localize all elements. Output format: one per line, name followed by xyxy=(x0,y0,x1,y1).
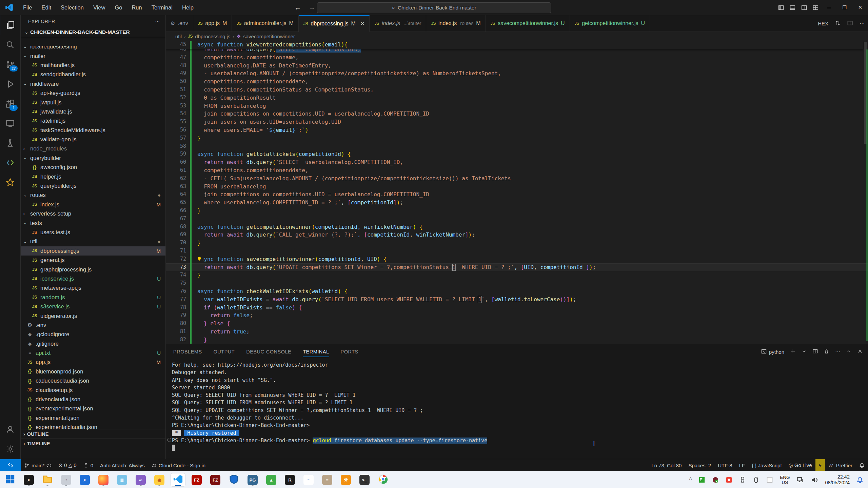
tree-file[interactable]: {}experimentalclaudia.json xyxy=(21,423,165,430)
taskbar-filezilla-server[interactable]: FZ xyxy=(208,473,223,487)
code-line-72[interactable]: 72async function savecompetitionwinner(c… xyxy=(166,255,868,263)
menu-help[interactable]: Help xyxy=(177,0,198,15)
menu-terminal[interactable]: Terminal xyxy=(147,0,177,15)
tree-file[interactable]: JSuidgenerator.js xyxy=(21,311,165,320)
taskbar-tools-orange[interactable]: ⚒ xyxy=(338,473,353,487)
toggle-secondary-sidebar-icon[interactable] xyxy=(798,0,810,15)
status-cloud-code[interactable]: Cloud Code - Sign in xyxy=(148,459,209,471)
tree-file[interactable]: {}awsconfig.json xyxy=(21,163,165,172)
toggle-panel-icon[interactable] xyxy=(787,0,798,15)
code-line-70[interactable]: 70} xyxy=(166,239,868,247)
nav-forward-icon[interactable]: → xyxy=(309,4,315,12)
panel-tab-problems[interactable]: PROBLEMS xyxy=(173,344,202,359)
tree-file[interactable]: JSindex.jsM xyxy=(21,200,165,209)
code-line-50[interactable]: 50 competitions.competitionenddate, xyxy=(166,78,868,86)
tree-file[interactable]: JSgeneral.js xyxy=(21,256,165,265)
tree-file[interactable]: ◆.gcloudignore xyxy=(21,330,165,339)
taskbar-start[interactable] xyxy=(3,473,18,487)
status-auto-attach[interactable]: Auto Attach: Always xyxy=(97,459,148,471)
activitybar-source-control[interactable]: 27 xyxy=(0,55,20,74)
panel-tab-terminal[interactable]: TERMINAL xyxy=(303,344,329,359)
tree-file[interactable]: JSsendgridhandler.js xyxy=(21,70,165,79)
activitybar-remote-explorer[interactable] xyxy=(0,114,20,133)
code-line-52[interactable]: 52 0 as CompetitionResult xyxy=(166,94,868,102)
tab-dbprocessing.js[interactable]: JSdbprocessing.jsM✕ xyxy=(299,15,370,32)
tree-file[interactable]: ◆.gitignore xyxy=(21,339,165,348)
status-encoding[interactable]: UTF-8 xyxy=(714,459,736,471)
tree-file[interactable]: JStaskSheduleMiddleware.js xyxy=(21,126,165,135)
taskbar-r-app[interactable]: R xyxy=(282,473,297,487)
tree-folder[interactable]: ›node_modules xyxy=(21,144,165,153)
code-editor[interactable]: 45async function viewenteredcompetitions… xyxy=(166,41,868,344)
code-line-63[interactable]: 63 FROM userbalancelog xyxy=(166,183,868,191)
activitybar-search[interactable] xyxy=(0,35,20,55)
activitybar-settings[interactable] xyxy=(0,439,20,459)
tree-folder[interactable]: ⌄util● xyxy=(21,237,165,246)
tree-file[interactable]: JSmailhandler.js xyxy=(21,61,165,70)
code-line-60[interactable]: 60 return await db.query(`SELECT userbal… xyxy=(166,158,868,166)
clock[interactable]: 22:4208/05/2024 xyxy=(825,474,850,486)
taskbar-postgresql[interactable]: PG xyxy=(245,473,260,487)
status-problems[interactable]: ⊗ 0 △ 0 xyxy=(55,459,80,471)
breadcrumb-item[interactable]: util xyxy=(175,34,182,39)
tree-file[interactable]: JSclaudiasetup.js xyxy=(21,385,165,394)
code-line-78[interactable]: 78 if (walletIDExists == false) { xyxy=(166,304,868,312)
activitybar-run-debug[interactable] xyxy=(0,74,20,94)
taskbar-terminal-app[interactable]: >_ xyxy=(357,473,372,487)
tab-admincontroller.js[interactable]: JSadmincontroller.jsM xyxy=(232,15,298,32)
language-indicator[interactable]: ENGUS xyxy=(780,475,790,485)
menu-run[interactable]: Run xyxy=(127,0,146,15)
tree-file[interactable]: JSjwtpull.js xyxy=(21,98,165,107)
code-line-77[interactable]: 77 var walletIDExists = await db.query(`… xyxy=(166,296,868,304)
taskbar-shield[interactable] xyxy=(226,473,241,487)
tree-folder[interactable]: ⌄localrequesttesting xyxy=(21,46,165,51)
tree-file[interactable]: JSgraphqlprocessing.js xyxy=(21,265,165,274)
tree-file[interactable]: {}caduceusclaudia.json xyxy=(21,376,165,385)
status-prettier[interactable]: ✓✓Prettier xyxy=(825,459,856,471)
code-line-74[interactable]: 74} xyxy=(166,271,868,279)
code-line-49[interactable]: 49 - userbalancelog.AMOUNT / (competitio… xyxy=(166,69,868,78)
remote-indicator[interactable] xyxy=(0,459,21,471)
section-outline[interactable]: ›OUTLINE xyxy=(21,429,165,439)
tree-file[interactable]: JSvalidate-gen.js xyxy=(21,135,165,144)
tree-file[interactable]: JSrandom.jsU xyxy=(21,293,165,302)
code-line-67[interactable]: 67 xyxy=(166,215,868,223)
tree-file[interactable]: JSs3service.jsU xyxy=(21,302,165,311)
taskbar-blue-search[interactable]: ⌕ xyxy=(77,473,92,487)
tree-file[interactable]: {}bluemoonprod.json xyxy=(21,367,165,376)
network-icon[interactable] xyxy=(796,476,804,484)
status-bolt[interactable]: ϟ xyxy=(815,459,825,471)
section-timeline[interactable]: ›TIMELINE xyxy=(21,439,165,448)
breadcrumb-item[interactable]: dbprocessing.js xyxy=(195,34,230,39)
code-line-58[interactable]: 58 xyxy=(166,142,868,150)
tree-file[interactable]: JSapi-key-guard.js xyxy=(21,88,165,98)
status-language[interactable]: { } JavaScript xyxy=(748,459,785,471)
status-go-live[interactable]: ◎ Go Live xyxy=(785,459,815,471)
code-line-55[interactable]: 55 join users on users.UID=userbalancelo… xyxy=(166,118,868,126)
maximize-button[interactable]: ☐ xyxy=(837,0,852,15)
tree-file[interactable]: ≡api.txtU xyxy=(21,348,165,358)
minimize-button[interactable]: ─ xyxy=(821,0,837,15)
tree-folder[interactable]: ⌄mailer xyxy=(21,51,165,60)
code-line-82[interactable]: 82 } xyxy=(166,336,868,344)
close-button[interactable]: ✕ xyxy=(852,0,868,15)
taskbar-browser-compass[interactable]: ◔ xyxy=(59,473,74,487)
taskbar-notes[interactable]: ≣ xyxy=(115,473,130,487)
tree-file[interactable]: {}drivenclaudia.json xyxy=(21,395,165,404)
tree-file[interactable]: JSdbprocessing.jsM xyxy=(21,246,165,256)
more-actions-icon[interactable]: ⋯ xyxy=(860,20,865,26)
tray-red-diamond-icon[interactable] xyxy=(726,476,732,483)
explorer-more-icon[interactable]: ⋯ xyxy=(155,19,160,24)
close-icon[interactable]: ✕ xyxy=(360,21,365,27)
code-line-53[interactable]: 53 FROM userbalancelog xyxy=(166,102,868,110)
code-line-57[interactable]: 57} xyxy=(166,134,868,142)
menu-file[interactable]: File xyxy=(18,0,37,15)
tree-folder[interactable]: ⌄tests xyxy=(21,218,165,227)
tree-file[interactable]: JSiconservice.jsU xyxy=(21,274,165,283)
terminal[interactable]: For help, see: https://nodejs.org/en/doc… xyxy=(172,361,861,458)
code-line-79[interactable]: 79 return false; xyxy=(166,311,868,320)
tree-file[interactable]: JSjwtvalidate.js xyxy=(21,107,165,116)
code-line-54[interactable]: 54 join competitions on competitions.UID… xyxy=(166,110,868,118)
code-line-65[interactable]: 65 where userbalancelog.COMPETITION_ID =… xyxy=(166,199,868,207)
status-cursor-position[interactable]: Ln 73, Col 80 xyxy=(648,459,685,471)
